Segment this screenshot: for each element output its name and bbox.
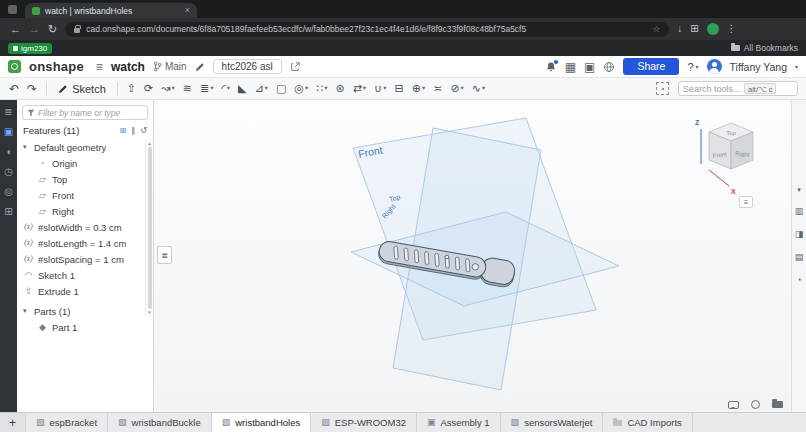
variable-slotlength[interactable]: (x) #slotLength = 1.4 cm <box>17 235 153 251</box>
tab-assembly-1[interactable]: ▣ Assembly 1 <box>417 413 501 432</box>
main-menu-icon[interactable]: ≡ <box>96 60 103 74</box>
tool-mirror[interactable]: ⇄▾ <box>350 81 369 96</box>
variable-slotwidth[interactable]: (x) #slotWidth = 0.3 cm <box>17 219 153 235</box>
feature-tree-scrollbar[interactable]: ▴ ▾ <box>145 140 153 316</box>
band-slot[interactable] <box>455 257 459 270</box>
feature-extrude-1[interactable]: ⇧ Extrude 1 <box>17 283 153 299</box>
browser-tab[interactable]: watch | wristbandHoles × <box>25 3 197 18</box>
comments-icon[interactable]: ◖ <box>5 147 11 157</box>
tables-icon[interactable]: ⊞ <box>4 207 12 217</box>
redo-icon[interactable]: ↷ <box>24 83 40 95</box>
browser-profile-avatar[interactable] <box>707 23 719 35</box>
chevron-down-icon[interactable]: ▾ <box>795 63 798 70</box>
search-icon[interactable]: ◎ <box>4 187 13 197</box>
bookmark-star-icon[interactable]: ☆ <box>652 24 660 34</box>
chevron-down-icon[interactable]: ▾ <box>23 307 30 315</box>
tool-sweep[interactable]: ↝▾ <box>158 81 177 96</box>
filter-input[interactable] <box>38 108 143 118</box>
globe-icon[interactable] <box>603 61 615 73</box>
document-list-icon[interactable]: ≣ <box>4 107 12 117</box>
tool-hole[interactable]: ◎▾ <box>291 81 311 96</box>
extension-chip[interactable]: igm230 <box>8 43 52 54</box>
tool-delete-part[interactable]: ⊘▾ <box>447 81 466 96</box>
user-avatar[interactable] <box>707 59 722 74</box>
search-tools-box[interactable]: alt/⌥ c <box>678 81 798 96</box>
view-cube[interactable]: Top Front Right Z X <box>685 112 777 204</box>
feature-sketch-1[interactable]: ◠ Sketch 1 <box>17 267 153 283</box>
tool-offset-surface[interactable]: ≍ <box>430 81 445 96</box>
back-icon[interactable]: ← <box>10 24 21 35</box>
clone-document-icon[interactable]: ▣ <box>584 61 595 73</box>
tool-draft[interactable]: ⊿▾ <box>251 81 270 96</box>
band-slot[interactable] <box>394 246 398 259</box>
extensions-icon[interactable]: ⊞ <box>690 24 698 34</box>
onshape-logo[interactable] <box>8 60 21 73</box>
tool-split[interactable]: ⊟ <box>391 81 406 96</box>
publish-icon[interactable] <box>290 62 300 72</box>
custom-tables-icon[interactable]: ◔ <box>796 276 801 285</box>
scroll-down-icon[interactable]: ▾ <box>148 310 151 315</box>
chevron-down-icon[interactable]: ▾ <box>23 143 30 151</box>
feature-default-geometry[interactable]: ▾ Default geometry <box>17 139 153 155</box>
address-bar[interactable]: cad.onshape.com/documents/6f8a705189faef… <box>65 22 669 37</box>
band-slot[interactable] <box>404 248 408 261</box>
sketch-button[interactable]: Sketch <box>53 81 111 97</box>
help-menu[interactable]: ? ▾ <box>687 61 698 73</box>
tab-cad-imports[interactable]: CAD Imports <box>603 413 692 432</box>
part-1-item[interactable]: ◆ Part 1 <box>17 319 153 335</box>
all-bookmarks-button[interactable]: All Bookmarks <box>731 43 798 53</box>
feature-origin[interactable]: ◦ Origin <box>17 155 153 171</box>
status-circle-icon[interactable] <box>751 400 760 409</box>
band-slot[interactable] <box>465 259 469 272</box>
select-marquee-icon[interactable] <box>656 82 669 95</box>
feature-right-plane[interactable]: ▱ Right <box>17 203 153 219</box>
downloads-icon[interactable]: ↓ <box>677 24 682 34</box>
feature-front-plane[interactable]: ▱ Front <box>17 187 153 203</box>
share-button[interactable]: Share <box>623 58 679 75</box>
suppress-icon[interactable]: ∥ <box>131 126 135 135</box>
rename-pencil-icon[interactable] <box>195 62 205 72</box>
scroll-up-icon[interactable]: ▴ <box>148 141 151 146</box>
tab-sensorswaterjet[interactable]: ▧ sensorsWaterjet <box>501 413 604 432</box>
forward-icon[interactable]: → <box>29 24 40 35</box>
view-cube-menu-button[interactable]: ≡ <box>739 196 753 208</box>
origin-marker[interactable] <box>445 255 449 259</box>
tab-wristbandbuckle[interactable]: ▧ wristbandBuckle <box>108 413 212 432</box>
feature-list-icon[interactable]: ▣ <box>4 127 13 137</box>
configurations-icon[interactable]: ◨ <box>795 230 804 239</box>
history-icon[interactable]: ◷ <box>4 167 13 177</box>
band-slot[interactable] <box>414 250 418 263</box>
band-slot[interactable] <box>435 253 439 266</box>
search-tools-input[interactable] <box>683 84 741 94</box>
tab-esp-wroom32[interactable]: ▧ ESP-WROOM32 <box>311 413 417 432</box>
notifications-button[interactable] <box>545 61 557 73</box>
document-title[interactable]: watch <box>111 60 145 74</box>
variable-slotspacing[interactable]: (x) #slotSpacing = 1 cm <box>17 251 153 267</box>
tool-boolean[interactable]: ∪▾ <box>371 81 389 96</box>
element-chip[interactable]: htc2026 asl <box>213 59 282 74</box>
feature-top-plane[interactable]: ▱ Top <box>17 171 153 187</box>
filter-box[interactable] <box>22 105 148 120</box>
tool-extrude[interactable]: ⇧ <box>124 81 139 96</box>
feedback-bubble-icon[interactable] <box>728 401 739 409</box>
parts-section-header[interactable]: ▾ Parts (1) <box>17 303 153 319</box>
reload-icon[interactable]: ↻ <box>48 24 57 35</box>
tab-espbracket[interactable]: ▧ espBracket <box>26 413 108 432</box>
tab-wristbandholes[interactable]: ▧ wristbandHoles <box>212 413 311 432</box>
tool-circular-pattern[interactable]: ⊛ <box>332 81 347 96</box>
tool-thicken[interactable]: ≣▾ <box>197 81 216 96</box>
tool-loft[interactable]: ≋ <box>180 81 195 96</box>
appearance-icon[interactable]: ▤ <box>795 253 804 262</box>
graphics-viewport[interactable]: Front Top Right <box>154 100 791 412</box>
tool-shell[interactable]: ▢ <box>273 81 289 96</box>
browser-menu-icon[interactable]: ⋮ <box>727 24 737 34</box>
band-slot[interactable] <box>425 252 429 265</box>
tool-linear-pattern[interactable]: ∷▾ <box>313 81 330 96</box>
tool-fillet[interactable]: ◜▾ <box>218 81 233 96</box>
apps-grid-icon[interactable]: ▦ <box>565 61 576 73</box>
panel-collapse-handle[interactable]: ≣ <box>157 246 172 264</box>
tab-manager-folder-icon[interactable] <box>772 401 783 408</box>
tab-close-icon[interactable]: × <box>185 6 190 15</box>
insert-new-tab-button[interactable]: + <box>0 413 26 432</box>
rollback-history-icon[interactable]: ↺ <box>140 126 147 135</box>
